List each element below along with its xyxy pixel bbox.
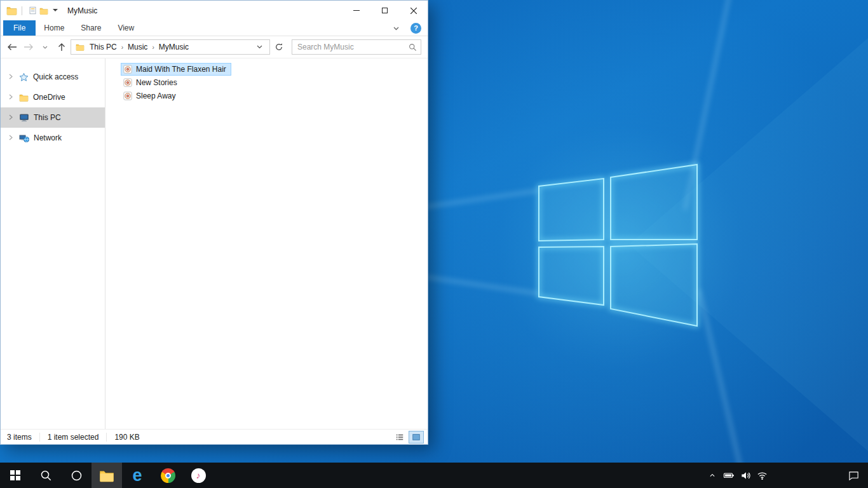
minimize-icon <box>353 10 360 11</box>
address-bar[interactable]: This PC › Music › MyMusic <box>71 39 270 55</box>
taskbar-itunes-button[interactable]: ♪ <box>183 463 214 488</box>
details-view-button[interactable] <box>392 431 407 444</box>
large-icons-view-icon <box>412 433 421 442</box>
start-button[interactable] <box>0 463 31 488</box>
this-pc-icon <box>19 112 29 123</box>
up-button[interactable] <box>54 40 69 55</box>
titlebar: MyMusic <box>1 1 428 20</box>
explorer-window: MyMusic File Home Share View ? <box>0 0 428 445</box>
tab-view[interactable]: View <box>109 20 142 36</box>
expand-chevron-icon[interactable] <box>9 114 15 121</box>
ribbon-tabs: File Home Share View ? <box>1 20 428 36</box>
qat-customize-chevron-icon[interactable] <box>50 5 61 17</box>
taskbar-file-explorer-button[interactable] <box>92 463 122 488</box>
file-row[interactable]: Maid With The Flaxen Hair <box>121 63 231 76</box>
file-list: Maid With The Flaxen Hair New Stories Sl… <box>105 58 428 429</box>
breadcrumb-music[interactable]: Music <box>125 43 150 51</box>
sidebar-item-network[interactable]: Network <box>1 128 105 148</box>
file-name: New Stories <box>136 78 177 87</box>
cortana-button[interactable] <box>61 463 92 488</box>
action-center-icon <box>848 470 859 481</box>
maximize-icon <box>382 8 388 13</box>
minimize-button[interactable] <box>342 1 370 20</box>
tab-home[interactable]: Home <box>36 20 72 36</box>
help-icon[interactable]: ? <box>410 23 421 34</box>
qat-new-folder-icon[interactable] <box>38 5 50 17</box>
address-folder-icon <box>74 41 86 53</box>
qat-properties-icon[interactable] <box>27 5 38 17</box>
desktop: MyMusic File Home Share View ? <box>0 0 868 488</box>
cortana-icon <box>71 470 83 482</box>
explorer-main: Quick access OneDrive This PC <box>1 58 428 429</box>
expand-chevron-icon[interactable] <box>9 74 15 81</box>
expand-chevron-icon[interactable] <box>9 94 15 101</box>
expand-ribbon-chevron-icon[interactable] <box>390 24 403 32</box>
action-center-button[interactable] <box>839 463 868 488</box>
onedrive-icon <box>19 93 29 102</box>
media-file-icon <box>123 78 132 87</box>
sidebar-item-quick-access[interactable]: Quick access <box>1 67 105 87</box>
battery-icon[interactable] <box>721 463 737 488</box>
ribbon-right: ? <box>390 20 428 36</box>
taskbar-chrome-button[interactable] <box>153 463 183 488</box>
file-name: Sleep Away <box>136 92 176 100</box>
view-toggle-buttons <box>392 431 424 444</box>
media-file-icon <box>123 92 132 100</box>
up-icon <box>58 43 65 51</box>
close-icon <box>410 8 417 14</box>
search-input[interactable] <box>296 42 409 52</box>
taskbar: e ♪ <box>0 463 868 488</box>
breadcrumb-separator-icon: › <box>121 44 124 51</box>
back-button[interactable] <box>4 40 19 55</box>
window-title: MyMusic <box>67 6 97 15</box>
window-folder-icon <box>6 5 17 17</box>
search-icon[interactable] <box>409 43 417 51</box>
file-row[interactable]: Sleep Away <box>121 90 181 102</box>
hidden-icons-chevron-icon[interactable] <box>704 463 721 488</box>
sidebar-item-label: OneDrive <box>33 93 65 102</box>
tab-file[interactable]: File <box>3 20 36 36</box>
sidebar-item-label: Network <box>34 133 62 142</box>
sidebar-item-onedrive[interactable]: OneDrive <box>1 87 105 107</box>
status-bar: 3 items 1 item selected 190 KB <box>1 429 428 444</box>
items-count: 3 items <box>7 433 39 442</box>
maximize-button[interactable] <box>370 1 399 20</box>
breadcrumb-separator-icon: › <box>151 44 154 51</box>
sidebar-item-label: This PC <box>34 113 61 122</box>
breadcrumb-this-pc[interactable]: This PC <box>87 43 119 51</box>
window-controls <box>342 1 428 20</box>
search-icon <box>40 470 52 482</box>
expand-chevron-icon[interactable] <box>9 135 15 142</box>
network-wifi-icon[interactable] <box>754 463 770 488</box>
media-file-icon <box>123 65 132 74</box>
chrome-icon <box>161 468 175 483</box>
search-box <box>292 39 421 55</box>
recent-locations-chevron-icon[interactable] <box>37 40 52 55</box>
itunes-icon: ♪ <box>191 468 206 483</box>
qat-separator <box>22 6 22 15</box>
large-icons-view-button[interactable] <box>409 431 424 444</box>
taskbar-edge-button[interactable]: e <box>122 463 153 488</box>
taskbar-search-button[interactable] <box>31 463 61 488</box>
sidebar-item-this-pc[interactable]: This PC <box>1 107 105 128</box>
quick-access-star-icon <box>19 72 29 82</box>
refresh-button[interactable] <box>272 40 286 54</box>
navigation-toolbar: This PC › Music › MyMusic <box>1 36 428 58</box>
selection-count: 1 item selected <box>39 433 107 442</box>
sidebar-item-label: Quick access <box>33 72 78 81</box>
forward-button[interactable] <box>21 40 36 55</box>
back-icon <box>7 43 17 51</box>
breadcrumb-mymusic[interactable]: MyMusic <box>156 43 191 51</box>
details-view-icon <box>395 433 404 442</box>
forward-icon <box>24 43 34 51</box>
file-explorer-icon <box>99 469 114 482</box>
tab-share[interactable]: Share <box>72 20 109 36</box>
address-dropdown-chevron-icon[interactable] <box>253 43 266 51</box>
windows-logo-icon <box>10 470 21 481</box>
volume-icon[interactable] <box>737 463 754 488</box>
edge-icon: e <box>132 467 142 484</box>
file-row[interactable]: New Stories <box>121 76 182 89</box>
close-button[interactable] <box>399 1 428 20</box>
system-tray <box>704 463 770 488</box>
file-name: Maid With The Flaxen Hair <box>136 65 226 74</box>
